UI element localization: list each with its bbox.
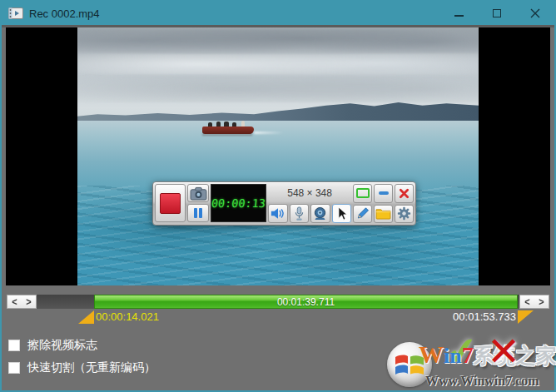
folder-icon xyxy=(375,207,391,220)
windows-logo-icon xyxy=(387,342,432,387)
timeline-selection[interactable]: 00:01:39.711 xyxy=(94,295,518,309)
video-clouds xyxy=(77,76,479,102)
maximize-button[interactable] xyxy=(478,2,516,25)
quick-cut-label: 快速切割（无重新编码） xyxy=(27,360,156,375)
red-cross-icon: ✕ xyxy=(487,328,520,375)
minimize-icon xyxy=(454,15,464,17)
erase-logo-label: 擦除视频标志 xyxy=(27,338,97,353)
quick-cut-checkbox[interactable] xyxy=(8,362,20,374)
gear-icon xyxy=(397,206,411,221)
minus-icon xyxy=(379,191,389,195)
region-button[interactable] xyxy=(353,184,372,203)
close-button[interactable] xyxy=(516,2,554,25)
prev-frame-icon[interactable]: < xyxy=(524,296,529,307)
stop-icon xyxy=(160,193,181,214)
cursor-icon xyxy=(335,206,348,221)
winwin7-watermark: ✔ Win7系统之家 ✕ Www.Winwin7.com xyxy=(387,336,552,390)
pause-icon xyxy=(192,207,204,219)
close-icon xyxy=(530,8,540,18)
boat-wake xyxy=(254,131,284,134)
timeline-nav-left[interactable]: < > xyxy=(7,295,37,309)
next-frame-icon[interactable]: > xyxy=(539,296,544,307)
option-quick-cut[interactable]: 快速切割（无重新编码） xyxy=(8,360,156,375)
speaker-icon xyxy=(271,207,285,220)
current-time-label: 00:01:39.711 xyxy=(277,296,335,308)
window-controls xyxy=(439,2,554,25)
prev-frame-icon[interactable]: < xyxy=(12,296,17,307)
screenshot-stage: Rec 0002.mp4 xyxy=(0,0,556,392)
selection-markers: 00:00:14.021 00:01:53.733 xyxy=(2,309,554,325)
app-window: Rec 0002.mp4 xyxy=(0,0,556,392)
pause-button[interactable] xyxy=(187,204,209,222)
video-frame xyxy=(77,27,479,285)
video-boat xyxy=(202,121,254,135)
pencil-icon xyxy=(355,206,370,221)
webcam-button[interactable] xyxy=(310,204,330,223)
camera-icon xyxy=(190,186,207,201)
selection-start-time: 00:00:14.021 xyxy=(96,310,159,323)
video-clouds xyxy=(77,54,479,74)
video-clouds xyxy=(77,29,479,52)
red-x-icon xyxy=(399,188,410,199)
screenshot-button[interactable] xyxy=(187,184,209,202)
timeline-track[interactable]: 00:01:39.711 xyxy=(37,295,519,309)
erase-logo-checkbox[interactable] xyxy=(8,340,20,351)
green-check-icon: ✔ xyxy=(444,328,481,375)
selection-start-handle[interactable] xyxy=(78,310,94,324)
selection-end-handle[interactable] xyxy=(518,310,534,324)
capture-size-label: 548 × 348 xyxy=(268,184,351,202)
toolbar-close-button[interactable] xyxy=(395,184,414,203)
video-display[interactable]: 00:00:13 548 × 348 xyxy=(6,27,550,285)
webcam-icon xyxy=(313,206,327,221)
toolbar-minimize-button[interactable] xyxy=(374,184,393,203)
draw-button[interactable] xyxy=(353,205,372,224)
stop-button[interactable] xyxy=(155,184,186,222)
watermark-url: Www.Winwin7.com xyxy=(425,374,539,389)
speaker-button[interactable] xyxy=(268,204,288,223)
titlebar[interactable]: Rec 0002.mp4 xyxy=(2,2,554,25)
watermark-site-name: Win7系统之家 xyxy=(419,340,556,370)
open-folder-button[interactable] xyxy=(374,205,393,224)
minimize-button[interactable] xyxy=(439,2,478,25)
timer-value: 00:00:13 xyxy=(211,196,266,210)
next-frame-icon[interactable]: > xyxy=(26,296,31,307)
selection-end-time: 00:01:53.733 xyxy=(453,310,516,323)
timeline-row: < > 00:01:39.711 < > xyxy=(2,295,554,309)
recording-timer: 00:00:13 xyxy=(211,184,266,222)
settings-button[interactable] xyxy=(395,205,414,224)
recorder-toolbar: 00:00:13 548 × 348 xyxy=(152,181,416,226)
microphone-icon xyxy=(293,206,305,221)
timeline-nav-right[interactable]: < > xyxy=(519,295,549,309)
video-file-icon xyxy=(8,7,23,19)
window-title: Rec 0002.mp4 xyxy=(29,7,100,20)
option-erase-logo[interactable]: 擦除视频标志 xyxy=(8,338,97,353)
microphone-button[interactable] xyxy=(290,204,310,223)
cursor-button[interactable] xyxy=(332,204,352,223)
region-icon xyxy=(356,188,370,198)
maximize-icon xyxy=(493,9,501,17)
